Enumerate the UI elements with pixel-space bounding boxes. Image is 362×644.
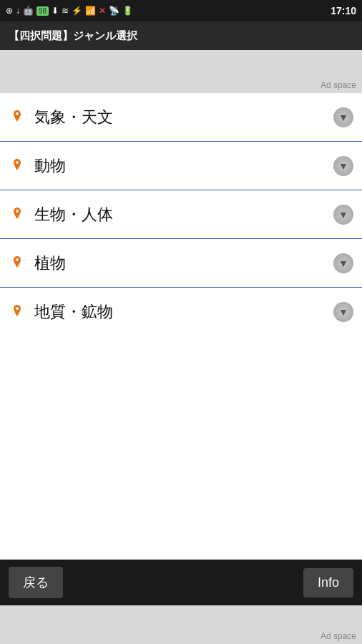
menu-item-biology[interactable]: 生物・人体 ▼ <box>0 190 362 239</box>
menu-item-plants-label: 植物 <box>34 253 333 274</box>
chevron-animals: ▼ <box>333 156 353 176</box>
menu-item-animals-label: 動物 <box>34 155 333 177</box>
chevron-plants: ▼ <box>333 253 353 273</box>
icon-battery: 🔋 <box>122 6 133 16</box>
ad-space-bottom-label: Ad space <box>321 631 356 641</box>
title-bar-text: 【四択問題】ジャンル選択 <box>9 29 137 43</box>
icon-network-bars: 📡 <box>109 6 119 16</box>
status-time: 17:10 <box>331 5 356 16</box>
menu-item-plants[interactable]: 植物 ▼ <box>0 239 362 288</box>
info-button[interactable]: Info <box>303 568 353 597</box>
content-spacer <box>0 326 362 560</box>
icon-usb: ↓ <box>16 6 20 16</box>
ad-space-bottom: Ad space <box>0 605 362 644</box>
icon-battery-pct: 98 <box>36 6 49 16</box>
title-bar: 【四択問題】ジャンル選択 <box>0 21 362 50</box>
menu-list: 気象・天文 ▼ 動物 ▼ 生物・人体 ▼ 植物 ▼ 地質・鉱物 ▼ 物理・化学 <box>0 93 362 326</box>
menu-item-animals[interactable]: 動物 ▼ <box>0 142 362 190</box>
icon-signal: ≋ <box>62 6 69 16</box>
back-button[interactable]: 戻る <box>9 567 63 598</box>
ad-space-top: Ad space <box>0 50 362 93</box>
chevron-geology: ▼ <box>333 302 353 322</box>
icon-wifi: 📶 <box>85 6 96 16</box>
pin-icon-weather <box>9 109 26 126</box>
ad-space-top-label: Ad space <box>321 80 356 90</box>
icon-android: 🤖 <box>23 6 34 16</box>
bottom-bar: 戻る Info <box>0 560 362 605</box>
menu-item-biology-label: 生物・人体 <box>34 204 333 225</box>
status-bar: ⊕ ↓ 🤖 98 ⬇ ≋ ⚡ 📶 ✕ 📡 🔋 17:10 <box>0 0 362 21</box>
icon-download: ⬇ <box>52 6 59 16</box>
pin-icon-biology <box>9 206 26 223</box>
icon-plus: ⊕ <box>6 6 13 16</box>
menu-item-weather-label: 気象・天文 <box>34 107 333 128</box>
icon-network-x: ✕ <box>99 6 106 16</box>
pin-icon-geology <box>9 303 26 321</box>
icon-bluetooth: ⚡ <box>72 6 82 16</box>
status-icons-left: ⊕ ↓ 🤖 98 ⬇ ≋ ⚡ 📶 ✕ 📡 🔋 <box>6 6 133 16</box>
pin-icon-plants <box>9 255 26 272</box>
menu-item-geology[interactable]: 地質・鉱物 ▼ <box>0 288 362 326</box>
menu-item-weather[interactable]: 気象・天文 ▼ <box>0 93 362 142</box>
pin-icon-animals <box>9 157 26 175</box>
chevron-weather: ▼ <box>333 107 353 127</box>
chevron-biology: ▼ <box>333 205 353 225</box>
menu-item-geology-label: 地質・鉱物 <box>34 301 333 323</box>
